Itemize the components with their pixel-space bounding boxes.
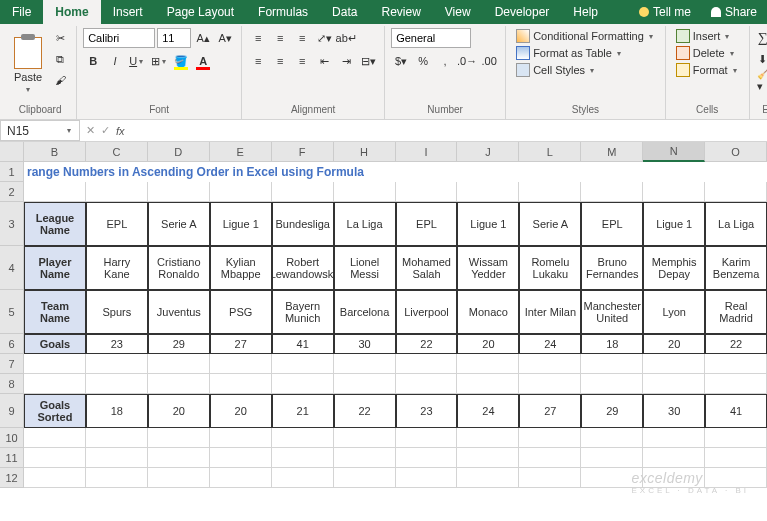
- cell[interactable]: [581, 374, 643, 394]
- column-header[interactable]: O: [705, 142, 767, 162]
- row-header[interactable]: 5: [0, 290, 24, 334]
- row-header[interactable]: 9: [0, 394, 24, 428]
- comma-button[interactable]: ,: [435, 51, 455, 71]
- currency-button[interactable]: $▾: [391, 51, 411, 71]
- data-cell[interactable]: 22: [705, 334, 767, 354]
- data-cell[interactable]: Kylian Mbappe: [210, 246, 272, 290]
- cell[interactable]: [457, 182, 519, 202]
- cell[interactable]: [86, 428, 148, 448]
- cell[interactable]: [210, 428, 272, 448]
- cell[interactable]: [519, 182, 581, 202]
- data-cell[interactable]: 18: [581, 334, 643, 354]
- data-cell[interactable]: 20: [457, 334, 519, 354]
- column-header[interactable]: H: [334, 142, 396, 162]
- fill-color-button[interactable]: 🪣: [171, 51, 191, 71]
- data-cell[interactable]: Serie A: [519, 202, 581, 246]
- cell[interactable]: [396, 354, 458, 374]
- cell[interactable]: [581, 182, 643, 202]
- data-cell[interactable]: Juventus: [148, 290, 210, 334]
- cell[interactable]: [210, 468, 272, 488]
- cell[interactable]: [86, 182, 148, 202]
- cell[interactable]: [396, 468, 458, 488]
- cell[interactable]: [643, 448, 705, 468]
- tab-data[interactable]: Data: [320, 0, 369, 24]
- cell[interactable]: [272, 354, 334, 374]
- row-label-cell[interactable]: Goals: [24, 334, 86, 354]
- data-cell[interactable]: Serie A: [148, 202, 210, 246]
- cell[interactable]: [396, 448, 458, 468]
- format-as-table-button[interactable]: Format as Table▾: [512, 45, 659, 61]
- data-cell[interactable]: 41: [705, 394, 767, 428]
- cell[interactable]: [148, 448, 210, 468]
- row-header[interactable]: 11: [0, 448, 24, 468]
- data-cell[interactable]: Karim Benzema: [705, 246, 767, 290]
- cell[interactable]: [210, 448, 272, 468]
- cell[interactable]: [148, 374, 210, 394]
- cell[interactable]: [643, 428, 705, 448]
- tab-developer[interactable]: Developer: [483, 0, 562, 24]
- row-label-cell[interactable]: Team Name: [24, 290, 86, 334]
- cell[interactable]: [457, 468, 519, 488]
- format-cells-button[interactable]: Format▾: [672, 62, 743, 78]
- cell[interactable]: [272, 448, 334, 468]
- cell[interactable]: [705, 374, 767, 394]
- data-cell[interactable]: 27: [519, 394, 581, 428]
- data-cell[interactable]: Memphis Depay: [643, 246, 705, 290]
- row-header[interactable]: 3: [0, 202, 24, 246]
- copy-button[interactable]: ⧉: [50, 49, 70, 69]
- cell[interactable]: [705, 182, 767, 202]
- align-left-button[interactable]: ≡: [248, 51, 268, 71]
- cell[interactable]: [705, 354, 767, 374]
- cell[interactable]: [643, 354, 705, 374]
- row-header[interactable]: 12: [0, 468, 24, 488]
- row-header[interactable]: 1: [0, 162, 24, 182]
- tab-view[interactable]: View: [433, 0, 483, 24]
- cell[interactable]: [272, 468, 334, 488]
- conditional-formatting-button[interactable]: Conditional Formatting▾: [512, 28, 659, 44]
- cell[interactable]: [24, 448, 86, 468]
- row-label-cell[interactable]: Goals Sorted: [24, 394, 86, 428]
- column-header[interactable]: L: [519, 142, 581, 162]
- share-button[interactable]: Share: [701, 0, 767, 24]
- tab-file[interactable]: File: [0, 0, 43, 24]
- row-header[interactable]: 2: [0, 182, 24, 202]
- data-cell[interactable]: Manchester United: [581, 290, 643, 334]
- align-right-button[interactable]: ≡: [292, 51, 312, 71]
- data-cell[interactable]: 29: [148, 334, 210, 354]
- paste-button[interactable]: Paste ▾: [10, 28, 46, 102]
- worksheet-grid[interactable]: BCDEFHIJLMNO 1range Numbers in Ascending…: [0, 142, 767, 488]
- cell[interactable]: [148, 354, 210, 374]
- data-cell[interactable]: Bundesliga: [272, 202, 334, 246]
- data-cell[interactable]: Liverpool: [396, 290, 458, 334]
- align-top-button[interactable]: ≡: [248, 28, 268, 48]
- data-cell[interactable]: 20: [643, 334, 705, 354]
- cell[interactable]: [24, 468, 86, 488]
- column-header[interactable]: N: [643, 142, 705, 162]
- cell-styles-button[interactable]: Cell Styles▾: [512, 62, 659, 78]
- cell[interactable]: [210, 354, 272, 374]
- data-cell[interactable]: Bayern Munich: [272, 290, 334, 334]
- data-cell[interactable]: 23: [86, 334, 148, 354]
- data-cell[interactable]: Romelu Lukaku: [519, 246, 581, 290]
- column-header[interactable]: D: [148, 142, 210, 162]
- row-label-cell[interactable]: Player Name: [24, 246, 86, 290]
- cell[interactable]: [581, 428, 643, 448]
- cell[interactable]: [148, 468, 210, 488]
- decrease-indent-button[interactable]: ⇤: [314, 51, 334, 71]
- cell[interactable]: [457, 448, 519, 468]
- data-cell[interactable]: Cristiano Ronaldo: [148, 246, 210, 290]
- tab-formulas[interactable]: Formulas: [246, 0, 320, 24]
- tab-help[interactable]: Help: [561, 0, 610, 24]
- cell[interactable]: [334, 374, 396, 394]
- data-cell[interactable]: 23: [396, 394, 458, 428]
- data-cell[interactable]: Barcelona: [334, 290, 396, 334]
- cell[interactable]: [705, 428, 767, 448]
- cell[interactable]: [519, 354, 581, 374]
- data-cell[interactable]: 30: [643, 394, 705, 428]
- data-cell[interactable]: Lyon: [643, 290, 705, 334]
- column-header[interactable]: E: [210, 142, 272, 162]
- cell[interactable]: [519, 374, 581, 394]
- data-cell[interactable]: EPL: [581, 202, 643, 246]
- cell[interactable]: [86, 354, 148, 374]
- data-cell[interactable]: Wissam Yedder: [457, 246, 519, 290]
